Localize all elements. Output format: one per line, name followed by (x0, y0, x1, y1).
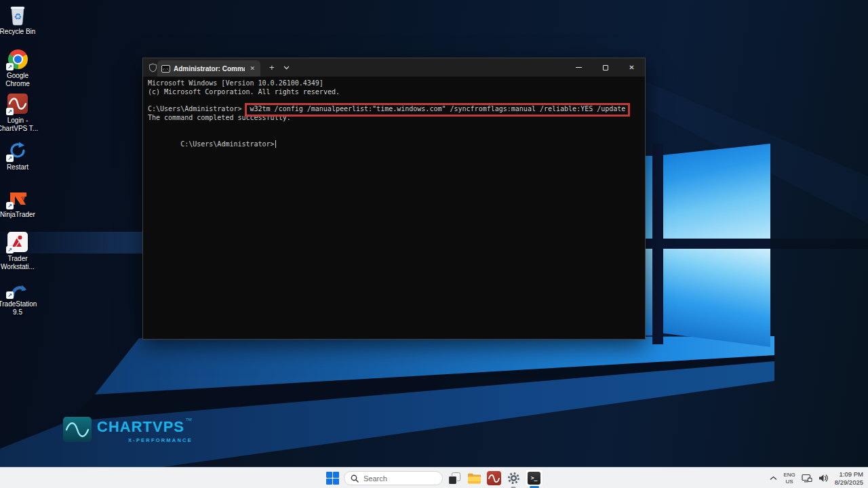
windows-logo-cross-horizontal (646, 239, 770, 249)
terminal-tab[interactable]: c:\ Administrator: Command Pro ✕ (157, 60, 260, 77)
highlighted-command: w32tm /config /manualpeerlist:"time.wind… (245, 103, 630, 117)
tray-date: 8/29/2025 (835, 479, 863, 487)
shortcut-arrow-icon: ↗ (6, 246, 14, 253)
shortcut-arrow-icon: ↗ (6, 63, 14, 70)
terminal-current-prompt: C:\Users\Administrator> (148, 131, 645, 140)
tab-dropdown-icon[interactable] (283, 66, 290, 70)
terminal-command-line: C:\Users\Administrator> w32tm /config /m… (148, 105, 645, 114)
watermark-tagline: X-PERFORMANCE (128, 437, 193, 443)
start-button[interactable] (324, 470, 340, 487)
shortcut-arrow-icon: ↗ (6, 291, 14, 299)
desktop-icon-label: TradeStation 9.5 (0, 300, 39, 317)
terminal-banner-line2: (c) Microsoft Corporation. All rights re… (148, 88, 645, 97)
terminal-blank-line (148, 123, 645, 131)
settings-gear-icon (507, 472, 520, 485)
desktop-icon-label: Google Chrome (0, 72, 39, 88)
ninjatrader-icon: ↗ (7, 187, 28, 209)
desktop-icon-label: Login - ChartVPS T... (0, 117, 39, 133)
task-view-button[interactable] (446, 470, 462, 487)
terminal-output[interactable]: Microsoft Windows [Version 10.0.26100.43… (143, 77, 645, 339)
desktop-icon-recycle-bin[interactable]: ♻ Recycle Bin (0, 4, 39, 36)
terminal-titlebar[interactable]: c:\ Administrator: Command Pro ✕ + ✕ (143, 58, 645, 77)
desktop-icon-ninjatrader[interactable]: ↗ NinjaTrader (0, 187, 39, 219)
tradestation-icon: ↗ (7, 277, 28, 298)
chrome-icon: ↗ (7, 48, 28, 70)
clock[interactable]: 1:09 PM 8/29/2025 (835, 470, 863, 487)
taskbar-search[interactable]: Search (344, 471, 443, 485)
windows-logo-cross-shadow (770, 239, 868, 249)
windows-logo-icon (326, 472, 339, 485)
trader-workstation-icon: ↗ (7, 231, 28, 253)
chartvps-watermark: CHARTVPS TM X-PERFORMANCE (63, 417, 193, 443)
taskbar: Search (0, 467, 868, 488)
tab-title: Administrator: Command Pro (174, 65, 245, 73)
desktop-icon-label: Recycle Bin (0, 28, 35, 36)
volume-icon[interactable] (818, 474, 829, 483)
tab-close-icon[interactable]: ✕ (248, 65, 256, 72)
svg-text:♻: ♻ (14, 12, 22, 22)
desktop-icon-label: Trader Workstati... (0, 255, 39, 271)
search-placeholder: Search (363, 474, 387, 483)
search-icon (351, 474, 359, 483)
terminal-banner-line1: Microsoft Windows [Version 10.0.26100.43… (148, 79, 645, 88)
text-cursor (275, 140, 277, 148)
chartvps-app-button[interactable] (486, 470, 502, 487)
shortcut-arrow-icon: ↗ (6, 108, 14, 115)
watermark-brand: CHARTVPS (97, 420, 184, 434)
terminal-prompt: C:\Users\Administrator> (148, 105, 241, 114)
desktop-icon-label: NinjaTrader (0, 211, 35, 219)
windows-logo-pane-sliver-bottom (646, 249, 652, 336)
tray-chevron-up-icon[interactable] (770, 476, 777, 481)
shortcut-arrow-icon: ↗ (6, 202, 14, 209)
restart-icon: ↗ (7, 140, 28, 161)
admin-shield-icon (149, 63, 157, 73)
windows-logo-pane-bottom (663, 249, 770, 347)
settings-button[interactable] (505, 470, 521, 487)
svg-text:c:\: c:\ (163, 66, 169, 70)
chartvps-taskbar-icon (487, 471, 501, 485)
maximize-button[interactable] (592, 58, 618, 77)
chartvps-login-icon: ↗ (7, 93, 28, 115)
desktop-icon-google-chrome[interactable]: ↗ Google Chrome (0, 48, 39, 88)
desktop-icon-login-chartvps[interactable]: ↗ Login - ChartVPS T... (0, 93, 39, 133)
file-explorer-icon (467, 472, 481, 485)
file-explorer-button[interactable] (466, 470, 482, 487)
watermark-tm: TM (186, 418, 192, 422)
network-icon[interactable] (802, 474, 812, 483)
close-button[interactable]: ✕ (618, 58, 645, 77)
cmd-icon: c:\ (161, 65, 170, 73)
desktop-icon-label: Restart (7, 163, 28, 171)
desktop-icon-trader-workstation[interactable]: ↗ Trader Workstati... (0, 231, 39, 271)
recycle-bin-icon: ♻ (7, 4, 28, 26)
terminal-icon: >_ (528, 472, 540, 485)
chartvps-logo-icon (63, 417, 92, 442)
desktop: ♻ Recycle Bin ↗ Google Chrome ↗ Login - … (0, 0, 868, 488)
desktop-icon-tradestation[interactable]: ↗ TradeStation 9.5 (0, 277, 39, 317)
desktop-icon-restart[interactable]: ↗ Restart (0, 140, 39, 171)
tray-time: 1:09 PM (835, 470, 863, 479)
task-view-icon (448, 472, 461, 485)
language-indicator[interactable]: ENG US (783, 472, 795, 484)
minimize-button[interactable] (566, 58, 592, 77)
new-tab-button[interactable]: + (269, 63, 275, 72)
terminal-window: c:\ Administrator: Command Pro ✕ + ✕ Mic… (142, 58, 646, 340)
windows-logo-pane-top (663, 144, 770, 239)
shortcut-arrow-icon: ↗ (6, 155, 14, 162)
terminal-taskbar-button[interactable]: >_ (525, 469, 543, 487)
windows-logo-pane-sliver-top (646, 156, 652, 239)
